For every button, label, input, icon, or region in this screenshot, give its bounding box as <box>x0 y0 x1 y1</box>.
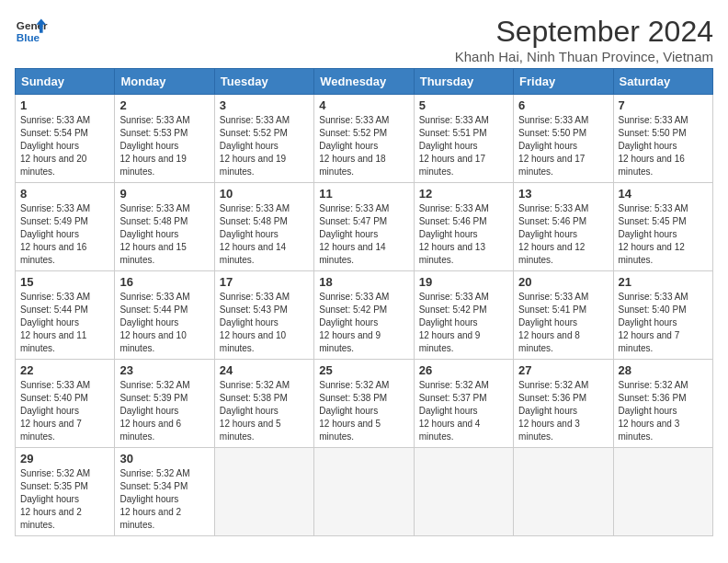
day-number: 2 <box>119 98 209 112</box>
day-info: Sunrise: 5:33 AMSunset: 5:43 PMDaylight … <box>220 291 309 355</box>
calendar-week-row: 22Sunrise: 5:33 AMSunset: 5:40 PMDayligh… <box>16 360 713 448</box>
day-number: 20 <box>518 275 608 289</box>
day-number: 11 <box>319 187 408 201</box>
calendar-day-cell: 1Sunrise: 5:33 AMSunset: 5:54 PMDaylight… <box>16 95 115 183</box>
calendar-day-cell: 14Sunrise: 5:33 AMSunset: 5:45 PMDayligh… <box>613 183 712 271</box>
calendar-day-cell: 18Sunrise: 5:33 AMSunset: 5:42 PMDayligh… <box>314 271 414 360</box>
day-number: 3 <box>220 98 309 112</box>
day-number: 15 <box>20 275 109 289</box>
day-info: Sunrise: 5:33 AMSunset: 5:49 PMDaylight … <box>20 202 109 267</box>
calendar-day-cell: 26Sunrise: 5:32 AMSunset: 5:37 PMDayligh… <box>414 360 513 448</box>
calendar-day-cell: 25Sunrise: 5:32 AMSunset: 5:38 PMDayligh… <box>314 360 414 448</box>
calendar-day-cell: 2Sunrise: 5:33 AMSunset: 5:53 PMDaylight… <box>115 95 214 183</box>
calendar-day-cell: 24Sunrise: 5:32 AMSunset: 5:38 PMDayligh… <box>214 360 313 448</box>
day-number: 10 <box>220 187 309 201</box>
day-number: 5 <box>419 98 508 112</box>
calendar-week-row: 29Sunrise: 5:32 AMSunset: 5:35 PMDayligh… <box>16 448 713 536</box>
day-header-thursday: Thursday <box>414 69 513 95</box>
calendar-day-cell: 7Sunrise: 5:33 AMSunset: 5:50 PMDaylight… <box>613 95 712 183</box>
day-header-saturday: Saturday <box>613 69 712 95</box>
logo-icon: General Blue <box>15 15 48 48</box>
day-number: 17 <box>220 275 309 289</box>
day-info: Sunrise: 5:33 AMSunset: 5:51 PMDaylight … <box>419 114 508 178</box>
day-number: 26 <box>419 363 508 377</box>
day-number: 1 <box>20 98 109 112</box>
calendar-day-cell: 3Sunrise: 5:33 AMSunset: 5:52 PMDaylight… <box>214 95 313 183</box>
day-number: 16 <box>119 275 209 289</box>
calendar-day-cell: 15Sunrise: 5:33 AMSunset: 5:44 PMDayligh… <box>16 271 115 360</box>
day-info: Sunrise: 5:32 AMSunset: 5:39 PMDaylight … <box>119 379 209 443</box>
day-header-wednesday: Wednesday <box>314 69 414 95</box>
day-number: 30 <box>119 452 209 465</box>
day-info: Sunrise: 5:33 AMSunset: 5:48 PMDaylight … <box>220 202 309 267</box>
calendar-day-cell: 9Sunrise: 5:33 AMSunset: 5:48 PMDaylight… <box>115 183 214 271</box>
day-info: Sunrise: 5:33 AMSunset: 5:46 PMDaylight … <box>419 202 508 267</box>
calendar-day-cell <box>414 448 513 536</box>
day-info: Sunrise: 5:32 AMSunset: 5:37 PMDaylight … <box>419 379 508 443</box>
day-header-sunday: Sunday <box>16 69 115 95</box>
day-info: Sunrise: 5:33 AMSunset: 5:53 PMDaylight … <box>119 114 209 178</box>
calendar-day-cell: 20Sunrise: 5:33 AMSunset: 5:41 PMDayligh… <box>514 271 613 360</box>
day-number: 12 <box>419 187 508 201</box>
day-number: 4 <box>319 98 408 112</box>
day-number: 27 <box>518 363 608 377</box>
calendar-day-cell: 10Sunrise: 5:33 AMSunset: 5:48 PMDayligh… <box>214 183 313 271</box>
calendar-header-row: SundayMondayTuesdayWednesdayThursdayFrid… <box>16 69 713 95</box>
calendar-day-cell: 19Sunrise: 5:33 AMSunset: 5:42 PMDayligh… <box>414 271 513 360</box>
month-title: September 2024 <box>455 15 713 49</box>
calendar-day-cell: 8Sunrise: 5:33 AMSunset: 5:49 PMDaylight… <box>16 183 115 271</box>
calendar-day-cell: 21Sunrise: 5:33 AMSunset: 5:40 PMDayligh… <box>613 271 712 360</box>
calendar-day-cell <box>314 448 414 536</box>
day-info: Sunrise: 5:32 AMSunset: 5:38 PMDaylight … <box>220 379 309 443</box>
day-number: 18 <box>319 275 408 289</box>
calendar-day-cell: 12Sunrise: 5:33 AMSunset: 5:46 PMDayligh… <box>414 183 513 271</box>
day-info: Sunrise: 5:33 AMSunset: 5:46 PMDaylight … <box>518 202 608 267</box>
calendar-week-row: 15Sunrise: 5:33 AMSunset: 5:44 PMDayligh… <box>16 271 713 360</box>
svg-text:Blue: Blue <box>17 31 40 43</box>
calendar-day-cell: 13Sunrise: 5:33 AMSunset: 5:46 PMDayligh… <box>514 183 613 271</box>
day-info: Sunrise: 5:33 AMSunset: 5:52 PMDaylight … <box>220 114 309 178</box>
day-number: 7 <box>619 98 708 112</box>
calendar-table: SundayMondayTuesdayWednesdayThursdayFrid… <box>15 68 713 536</box>
calendar-day-cell: 4Sunrise: 5:33 AMSunset: 5:52 PMDaylight… <box>314 95 414 183</box>
day-number: 24 <box>220 363 309 377</box>
calendar-day-cell: 5Sunrise: 5:33 AMSunset: 5:51 PMDaylight… <box>414 95 513 183</box>
calendar-day-cell: 30Sunrise: 5:32 AMSunset: 5:34 PMDayligh… <box>115 448 214 536</box>
calendar-day-cell <box>214 448 313 536</box>
day-info: Sunrise: 5:33 AMSunset: 5:47 PMDaylight … <box>319 202 408 267</box>
calendar-day-cell: 16Sunrise: 5:33 AMSunset: 5:44 PMDayligh… <box>115 271 214 360</box>
day-info: Sunrise: 5:32 AMSunset: 5:36 PMDaylight … <box>518 379 608 443</box>
calendar-day-cell <box>514 448 613 536</box>
calendar-day-cell: 23Sunrise: 5:32 AMSunset: 5:39 PMDayligh… <box>115 360 214 448</box>
calendar-day-cell: 11Sunrise: 5:33 AMSunset: 5:47 PMDayligh… <box>314 183 414 271</box>
calendar-day-cell: 6Sunrise: 5:33 AMSunset: 5:50 PMDaylight… <box>514 95 613 183</box>
day-number: 21 <box>619 275 708 289</box>
day-number: 8 <box>20 187 109 201</box>
day-info: Sunrise: 5:33 AMSunset: 5:40 PMDaylight … <box>619 291 708 355</box>
day-info: Sunrise: 5:33 AMSunset: 5:44 PMDaylight … <box>20 291 109 355</box>
day-info: Sunrise: 5:32 AMSunset: 5:38 PMDaylight … <box>319 379 408 443</box>
day-number: 22 <box>20 363 109 377</box>
day-number: 25 <box>319 363 408 377</box>
day-info: Sunrise: 5:33 AMSunset: 5:45 PMDaylight … <box>619 202 708 267</box>
day-info: Sunrise: 5:32 AMSunset: 5:36 PMDaylight … <box>619 379 708 443</box>
day-number: 14 <box>619 187 708 201</box>
page-header: General Blue September 2024 Khanh Hai, N… <box>15 15 713 64</box>
day-info: Sunrise: 5:33 AMSunset: 5:44 PMDaylight … <box>119 291 209 355</box>
calendar-week-row: 8Sunrise: 5:33 AMSunset: 5:49 PMDaylight… <box>16 183 713 271</box>
location-title: Khanh Hai, Ninh Thuan Province, Vietnam <box>455 49 713 64</box>
day-number: 29 <box>20 452 109 465</box>
day-info: Sunrise: 5:33 AMSunset: 5:40 PMDaylight … <box>20 379 109 443</box>
calendar-day-cell <box>613 448 712 536</box>
title-area: September 2024 Khanh Hai, Ninh Thuan Pro… <box>455 15 713 64</box>
day-info: Sunrise: 5:32 AMSunset: 5:35 PMDaylight … <box>20 467 109 532</box>
calendar-week-row: 1Sunrise: 5:33 AMSunset: 5:54 PMDaylight… <box>16 95 713 183</box>
day-info: Sunrise: 5:33 AMSunset: 5:41 PMDaylight … <box>518 291 608 355</box>
day-header-friday: Friday <box>514 69 613 95</box>
day-number: 23 <box>119 363 209 377</box>
day-header-tuesday: Tuesday <box>214 69 313 95</box>
calendar-day-cell: 28Sunrise: 5:32 AMSunset: 5:36 PMDayligh… <box>613 360 712 448</box>
day-number: 6 <box>518 98 608 112</box>
day-number: 9 <box>119 187 209 201</box>
day-header-monday: Monday <box>115 69 214 95</box>
